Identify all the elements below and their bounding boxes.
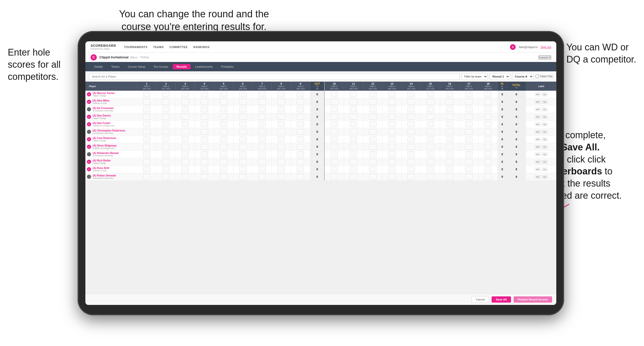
hole-2-input[interactable]	[162, 151, 169, 157]
hole-2-input[interactable]	[162, 174, 169, 180]
hole-10-input[interactable]	[331, 121, 338, 127]
hole-14-input[interactable]	[408, 129, 415, 135]
hole-18-input[interactable]	[484, 166, 492, 172]
hole-10-input[interactable]	[331, 129, 338, 135]
wd-button[interactable]: WD	[535, 115, 541, 119]
hole-6-input[interactable]	[239, 159, 247, 165]
hole-11-input[interactable]	[350, 129, 357, 135]
hole-9-input[interactable]	[297, 114, 304, 120]
hole-4-input[interactable]	[201, 136, 208, 142]
wd-button[interactable]: WD	[535, 160, 541, 164]
hole-5-input[interactable]	[220, 151, 227, 157]
hole-13-input[interactable]	[388, 166, 396, 172]
hole-3-input[interactable]	[182, 159, 189, 165]
dq-button[interactable]: DQ	[542, 175, 547, 179]
hole-12-input[interactable]	[369, 129, 376, 135]
cancel-button[interactable]: Cancel	[471, 296, 489, 303]
hole-18-input[interactable]	[484, 99, 492, 105]
hole-7-input[interactable]	[258, 99, 266, 105]
hole-13-input[interactable]	[388, 91, 396, 97]
hole-9-input[interactable]	[297, 91, 304, 97]
hole-3-input[interactable]	[182, 129, 189, 135]
hole-3-input[interactable]	[182, 99, 189, 105]
hole-18-input[interactable]	[484, 144, 492, 150]
hole-3-input[interactable]	[182, 91, 189, 97]
hole-8-input[interactable]	[278, 99, 285, 105]
hole-3-input[interactable]	[182, 144, 189, 150]
hole-18-input[interactable]	[484, 129, 492, 135]
hole-6-input[interactable]	[239, 91, 247, 97]
hole-8-input[interactable]	[278, 136, 285, 142]
hole-9-input[interactable]	[297, 129, 304, 135]
hole-3-input[interactable]	[182, 166, 189, 172]
dq-button[interactable]: DQ	[542, 153, 547, 156]
dq-button[interactable]: DQ	[542, 130, 547, 134]
hole-16-input[interactable]	[446, 121, 453, 127]
hole-8-input[interactable]	[278, 144, 285, 150]
hole-16-input[interactable]	[446, 136, 453, 142]
hole-11-input[interactable]	[350, 174, 357, 180]
dq-button[interactable]: DQ	[542, 168, 547, 171]
hole-6-input[interactable]	[239, 106, 247, 112]
hole-17-input[interactable]	[465, 159, 472, 165]
hole-7-input[interactable]	[258, 144, 266, 150]
hole-12-input[interactable]	[369, 174, 376, 180]
hole-4-input[interactable]	[201, 129, 208, 135]
hole-15-input[interactable]	[427, 136, 434, 142]
wd-button[interactable]: WD	[535, 138, 541, 141]
hole-17-input[interactable]	[465, 174, 472, 180]
hole-16-input[interactable]	[446, 106, 453, 112]
hole-8-input[interactable]	[278, 159, 285, 165]
hole-2-input[interactable]	[162, 144, 169, 150]
hole-6-input[interactable]	[239, 144, 247, 150]
hole-15-input[interactable]	[427, 91, 434, 97]
dq-button[interactable]: DQ	[542, 115, 547, 119]
hole-5-input[interactable]	[220, 144, 227, 150]
hole-18-input[interactable]	[484, 91, 492, 97]
hole-17-input[interactable]	[465, 114, 472, 120]
dq-button[interactable]: DQ	[542, 138, 547, 141]
hole-13-input[interactable]	[388, 136, 396, 142]
hole-17-input[interactable]	[465, 136, 472, 142]
hole-13-input[interactable]	[388, 106, 396, 112]
hole-15-input[interactable]	[427, 99, 434, 105]
hole-13-input[interactable]	[388, 99, 396, 105]
dq-button[interactable]: DQ	[542, 145, 547, 149]
hole-11-input[interactable]	[350, 99, 357, 105]
hole-2-input[interactable]	[162, 159, 169, 165]
hole-8-input[interactable]	[278, 166, 285, 172]
hole-1-input[interactable]	[143, 144, 150, 150]
nav-tournaments[interactable]: TOURNAMENTS	[124, 45, 147, 49]
hole-15-input[interactable]	[427, 106, 434, 112]
hole-7-input[interactable]	[258, 159, 266, 165]
hole-9-input[interactable]	[297, 174, 304, 180]
save-all-button[interactable]: Save All	[492, 296, 511, 303]
hole-18-input[interactable]	[484, 174, 492, 180]
hole-15-input[interactable]	[427, 174, 434, 180]
hole-11-input[interactable]	[350, 106, 357, 112]
wd-button[interactable]: WD	[535, 100, 541, 104]
hole-12-input[interactable]	[369, 151, 376, 157]
hole-14-input[interactable]	[408, 99, 415, 105]
hole-18-input[interactable]	[484, 121, 492, 127]
hole-10-input[interactable]	[331, 114, 338, 120]
hole-14-input[interactable]	[408, 166, 415, 172]
hole-2-input[interactable]	[162, 136, 169, 142]
hole-5-input[interactable]	[220, 129, 227, 135]
wd-button[interactable]: WD	[535, 175, 541, 179]
hole-10-input[interactable]	[331, 99, 338, 105]
hole-5-input[interactable]	[220, 91, 227, 97]
hole-8-input[interactable]	[278, 121, 285, 127]
hole-17-input[interactable]	[465, 99, 472, 105]
hole-7-input[interactable]	[258, 106, 266, 112]
hole-1-input[interactable]	[143, 166, 150, 172]
hole-9-input[interactable]	[297, 166, 304, 172]
tab-tee-groups[interactable]: Tee Groups	[150, 64, 172, 69]
hole-1-input[interactable]	[143, 136, 150, 142]
hole-12-input[interactable]	[369, 99, 376, 105]
hole-4-input[interactable]	[201, 144, 208, 150]
hole-4-input[interactable]	[201, 151, 208, 157]
hole-5-input[interactable]	[220, 114, 227, 120]
hole-4-input[interactable]	[201, 159, 208, 165]
hole-5-input[interactable]	[220, 166, 227, 172]
